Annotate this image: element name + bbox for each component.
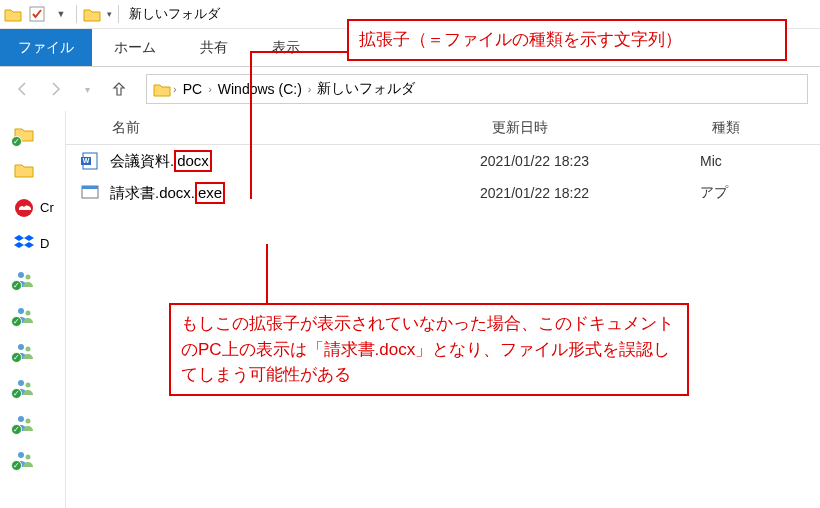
svg-text:W: W — [83, 157, 90, 164]
annotation-line — [266, 244, 268, 304]
column-type[interactable]: 種類 — [712, 119, 820, 137]
extension-highlight: docx — [174, 150, 212, 172]
history-dropdown[interactable]: ▾ — [76, 78, 98, 100]
crumb-folder[interactable]: 新しいフォルダ — [313, 80, 419, 98]
caret-down-icon[interactable]: ▼ — [52, 5, 70, 23]
annotation-top: 拡張子（＝ファイルの種類を示す文字列） — [347, 19, 787, 61]
svg-point-13 — [26, 455, 31, 460]
sync-check-icon: ✓ — [11, 316, 22, 327]
file-row[interactable]: W 会議資料.docx 2021/01/22 18:23 Mic — [66, 145, 820, 177]
user-icon: ✓ — [14, 414, 34, 432]
tree-label: Cr — [40, 200, 54, 215]
checkbox-icon — [28, 5, 46, 23]
folder-title-icon — [83, 5, 101, 23]
file-modified: 2021/01/22 18:23 — [480, 153, 700, 169]
sync-check-icon: ✓ — [11, 280, 22, 291]
file-type: アプ — [700, 184, 728, 202]
caret-menu-icon[interactable]: ▾ — [107, 9, 112, 19]
column-modified[interactable]: 更新日時 — [492, 119, 712, 137]
svg-rect-18 — [82, 186, 98, 189]
annotation-line — [250, 51, 347, 53]
crumb-drive[interactable]: Windows (C:) — [214, 81, 306, 97]
column-headers: 名前 更新日時 種類 — [66, 111, 820, 145]
sync-check-icon: ✓ — [11, 136, 22, 147]
svg-point-4 — [18, 308, 24, 314]
nav-tree: ✓ Cr D ✓ — [0, 111, 66, 508]
separator — [118, 5, 119, 23]
file-name: 会議資料.docx — [110, 150, 480, 172]
svg-point-7 — [26, 347, 31, 352]
annotation-line — [250, 51, 252, 199]
folder-icon: ✓ — [14, 126, 34, 144]
breadcrumb[interactable]: › PC › Windows (C:) › 新しいフォルダ — [146, 74, 808, 104]
file-modified: 2021/01/22 18:22 — [480, 185, 700, 201]
svg-point-5 — [26, 311, 31, 316]
svg-point-2 — [18, 272, 24, 278]
annotation-bottom: もしこの拡張子が表示されていなかった場合、このドキュメントのPC上の表示は「請求… — [169, 303, 689, 396]
tree-item[interactable]: ✓ — [0, 117, 65, 153]
tab-view[interactable]: 表示 — [250, 29, 322, 66]
user-icon: ✓ — [14, 450, 34, 468]
svg-point-10 — [18, 416, 24, 422]
tab-share[interactable]: 共有 — [178, 29, 250, 66]
svg-point-3 — [26, 275, 31, 280]
column-name[interactable]: 名前 — [112, 119, 492, 137]
tree-item[interactable]: D — [0, 225, 65, 261]
tree-item[interactable] — [0, 153, 65, 189]
separator — [76, 5, 77, 23]
crumb-pc[interactable]: PC — [179, 81, 206, 97]
tree-label: D — [40, 236, 49, 251]
sync-check-icon: ✓ — [11, 460, 22, 471]
sync-check-icon: ✓ — [11, 424, 22, 435]
chevron-right-icon[interactable]: › — [173, 83, 177, 95]
word-doc-icon: W — [80, 151, 100, 171]
sync-check-icon: ✓ — [11, 352, 22, 363]
extension-highlight: exe — [195, 182, 225, 204]
user-icon: ✓ — [14, 342, 34, 360]
tree-item[interactable]: ✓ — [0, 405, 65, 441]
folder-icon — [14, 162, 34, 180]
tab-home[interactable]: ホーム — [92, 29, 178, 66]
creative-cloud-icon — [14, 198, 34, 216]
window-title: 新しいフォルダ — [129, 5, 220, 23]
tree-item[interactable]: Cr — [0, 189, 65, 225]
svg-point-11 — [26, 419, 31, 424]
svg-point-6 — [18, 344, 24, 350]
svg-point-12 — [18, 452, 24, 458]
chevron-right-icon[interactable]: › — [308, 83, 312, 95]
sync-check-icon: ✓ — [11, 388, 22, 399]
tree-item[interactable]: ✓ — [0, 297, 65, 333]
tree-item[interactable]: ✓ — [0, 333, 65, 369]
tree-item[interactable]: ✓ — [0, 369, 65, 405]
dropbox-icon — [14, 234, 34, 252]
folder-icon — [153, 82, 171, 97]
navigation-bar: ▾ › PC › Windows (C:) › 新しいフォルダ — [0, 67, 820, 111]
svg-point-8 — [18, 380, 24, 386]
file-type: Mic — [700, 153, 722, 169]
tree-item[interactable]: ✓ — [0, 261, 65, 297]
tab-file[interactable]: ファイル — [0, 29, 92, 66]
file-row[interactable]: 請求書.docx.exe 2021/01/22 18:22 アプ — [66, 177, 820, 209]
chevron-right-icon[interactable]: › — [208, 83, 212, 95]
up-button[interactable] — [108, 78, 130, 100]
back-button[interactable] — [12, 78, 34, 100]
folder-icon — [4, 5, 22, 23]
tree-item[interactable]: ✓ — [0, 441, 65, 477]
user-icon: ✓ — [14, 270, 34, 288]
exe-icon — [80, 183, 100, 203]
user-icon: ✓ — [14, 306, 34, 324]
user-icon: ✓ — [14, 378, 34, 396]
svg-point-9 — [26, 383, 31, 388]
file-name: 請求書.docx.exe — [110, 182, 480, 204]
forward-button[interactable] — [44, 78, 66, 100]
